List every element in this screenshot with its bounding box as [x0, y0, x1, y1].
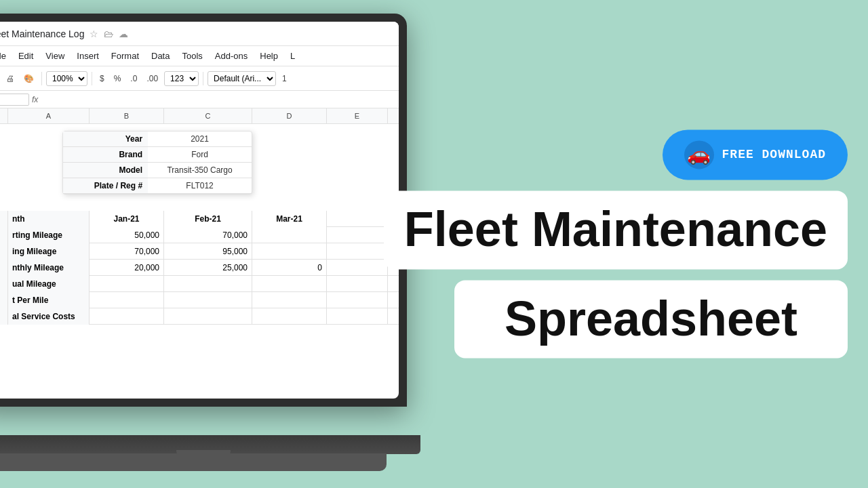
fleet-maintenance-card: Fleet Maintenance [384, 190, 848, 269]
label-starting-mileage: rting Mileage [8, 227, 90, 243]
laptop: Fleet Maintenance Log ☆ 🗁 ☁ File Edit Vi… [0, 14, 448, 474]
cell-jan-header: Jan-21 [90, 211, 164, 227]
menu-file[interactable]: File [0, 49, 12, 63]
year-label: Year [63, 131, 148, 147]
cell-empty4 [327, 260, 388, 276]
cell-empty6 [327, 292, 388, 308]
menu-bar: File Edit View Insert Format Data Tools … [0, 46, 399, 66]
cell-annual-jan [90, 276, 164, 292]
col-header-e: E [327, 108, 388, 123]
label-monthly-mileage: nthly Mileage [8, 260, 90, 276]
decimal-increase-button[interactable]: .00 [143, 72, 161, 85]
cell-cpm-jan [90, 292, 164, 308]
cell-sc-jan [90, 308, 164, 325]
print-button[interactable]: 🖨 [3, 72, 18, 85]
menu-edit[interactable]: Edit [13, 49, 39, 63]
plate-label: Plate / Reg # [63, 178, 148, 194]
document-title: Fleet Maintenance Log [0, 28, 84, 39]
menu-addons[interactable]: Add-ons [210, 49, 253, 63]
font-size-button[interactable]: 1 [279, 72, 290, 85]
table-row: t Per Mile [0, 292, 399, 308]
right-content: 🚗 FREE DOWNLOAD Fleet Maintenance Spread… [384, 129, 848, 358]
car-icon: 🚗 [684, 140, 714, 169]
paint-format-button[interactable]: 🎨 [20, 72, 37, 85]
label-annual-mileage: ual Mileage [8, 276, 90, 292]
cell-annual-mar [252, 276, 327, 292]
cell-empty3 [327, 243, 388, 260]
col-header-c: C [164, 108, 252, 123]
menu-data[interactable]: Data [146, 49, 175, 63]
brand-value: Ford [148, 147, 252, 163]
grid-body: Year 2021 Brand Ford Model Transit-350 C… [0, 124, 399, 399]
spreadsheet: Fleet Maintenance Log ☆ 🗁 ☁ File Edit Vi… [0, 22, 399, 399]
menu-view[interactable]: View [40, 49, 70, 63]
year-value: 2021 [148, 131, 252, 147]
model-value: Transit-350 Cargo [148, 163, 252, 178]
cell-empty7 [327, 308, 388, 325]
font-select[interactable]: Default (Ari... [208, 71, 276, 86]
table-row: ing Mileage 70,000 95,000 [0, 243, 399, 260]
col-header-d: D [252, 108, 327, 123]
cloud-icon[interactable]: ☁ [119, 28, 128, 39]
decimal-decrease-button[interactable]: .0 [127, 72, 140, 85]
menu-insert[interactable]: Insert [71, 49, 104, 63]
menu-tools[interactable]: Tools [176, 49, 208, 63]
cell-cpm-mar [252, 292, 327, 308]
cell-empty5 [327, 276, 388, 292]
col-header-a: A [8, 108, 90, 123]
label-ending-mileage: ing Mileage [8, 243, 90, 260]
zoom-select[interactable]: 100% [46, 71, 87, 86]
model-label: Model [63, 163, 148, 178]
cell-sc-feb [164, 308, 252, 325]
table-row: nth Jan-21 Feb-21 Mar-21 [0, 211, 399, 227]
cell-sc-mar [252, 308, 327, 325]
menu-help[interactable]: Help [254, 49, 283, 63]
label-service-costs: al Service Costs [8, 308, 90, 325]
cell-starting-mar [252, 227, 327, 243]
fx-label: fx [32, 95, 38, 104]
laptop-foot [0, 453, 387, 471]
formula-bar: ▾ fx [0, 91, 399, 108]
cell-ending-mar [252, 243, 327, 260]
cell-annual-feb [164, 276, 252, 292]
folder-icon[interactable]: 🗁 [104, 28, 113, 39]
free-download-button[interactable]: 🚗 FREE DOWNLOAD [663, 129, 848, 180]
menu-l[interactable]: L [285, 49, 300, 63]
cell-reference-input[interactable] [0, 94, 29, 106]
download-button-label: FREE DOWNLOAD [722, 148, 826, 161]
info-card: Year 2021 Brand Ford Model Transit-350 C… [62, 131, 252, 195]
label-month: nth [8, 211, 90, 227]
cell-cpm-feb [164, 292, 252, 308]
table-row: rting Mileage 50,000 70,000 [0, 227, 399, 243]
star-icon[interactable]: ☆ [90, 28, 98, 39]
cell-monthly-jan: 20,000 [90, 260, 164, 276]
table-row: al Service Costs [0, 308, 399, 325]
title-bar: Fleet Maintenance Log ☆ 🗁 ☁ [0, 22, 399, 46]
col-header-b: B [90, 108, 164, 123]
cell-starting-feb: 70,000 [164, 227, 252, 243]
main-heading-line1: Fleet Maintenance [404, 204, 827, 256]
main-heading-line2: Spreadsheet [475, 293, 827, 345]
formula-input[interactable] [41, 95, 395, 104]
cell-monthly-feb: 25,000 [164, 260, 252, 276]
cell-monthly-mar: 0 [252, 260, 327, 276]
spreadsheet-card: Spreadsheet [454, 280, 848, 359]
cell-ending-jan: 70,000 [90, 243, 164, 260]
plate-value: FLT012 [148, 178, 252, 194]
menu-format[interactable]: Format [106, 49, 144, 63]
table-row: ual Mileage [0, 276, 399, 292]
currency-button[interactable]: $ [96, 72, 108, 85]
table-row: nthly Mileage 20,000 25,000 0 [0, 260, 399, 276]
cell-mar-header: Mar-21 [252, 211, 327, 227]
column-headers: A B C D E [0, 108, 399, 124]
number-format-select[interactable]: 123 [164, 71, 199, 86]
cell-feb-header: Feb-21 [164, 211, 252, 227]
cell-empty2 [327, 227, 388, 243]
toolbar: ↩ 🖨 🎨 100% $ % .0 .00 123 [0, 66, 399, 91]
cell-starting-jan: 50,000 [90, 227, 164, 243]
percent-button[interactable]: % [111, 72, 125, 85]
label-cost-per-mile: t Per Mile [8, 292, 90, 308]
brand-label: Brand [63, 147, 148, 163]
cell-empty [327, 211, 388, 227]
cell-ending-feb: 95,000 [164, 243, 252, 260]
